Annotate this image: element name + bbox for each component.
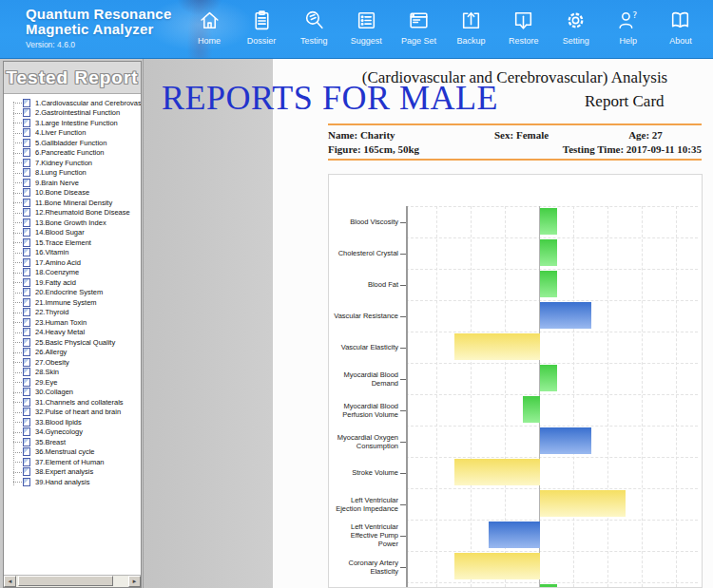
report-doc-icon	[23, 467, 30, 476]
report-list-item[interactable]: 25.Basic Physical Quality	[4, 337, 141, 348]
chart-bar	[454, 553, 540, 579]
scrollbar-track[interactable]	[16, 576, 128, 587]
report-list-item[interactable]: 18.Coenzyme	[4, 268, 141, 278]
report-list-item[interactable]: 8.Lung Function	[4, 168, 141, 179]
chart-row: Cholesterol Crystal	[329, 237, 702, 269]
nav-backup[interactable]: Backup	[446, 9, 497, 56]
report-list-item-label: 9.Brain Nerve	[35, 179, 79, 187]
app-title-line2: Magnetic Analyzer	[26, 22, 171, 37]
report-list-item-label: 33.Blood lipids	[35, 418, 82, 427]
report-list-item-label: 17.Amino Acid	[35, 258, 81, 267]
nav-testing[interactable]: Testing	[288, 9, 339, 56]
report-list-item[interactable]: 3.Large Intestine Function	[4, 118, 141, 128]
report-list-item[interactable]: 13.Bone Growth Index	[4, 218, 141, 228]
report-list-item[interactable]: 4.Liver Function	[4, 128, 141, 139]
report-list-item-label: 22.Thyroid	[35, 308, 68, 316]
report-list-item[interactable]: 26.Allergy	[4, 348, 141, 358]
chart-bar	[454, 459, 540, 485]
report-list-item[interactable]: 35.Breast	[4, 437, 141, 447]
report-list-item-label: 34.Gynecology	[35, 427, 83, 436]
scroll-left-button[interactable]: ◄	[4, 576, 16, 587]
report-list-item-label: 12.Rheumatoid Bone Disease	[35, 208, 130, 217]
nav-label: Home	[198, 36, 221, 46]
report-list-item-label: 5.Gallbladder Function	[35, 139, 106, 147]
nav-label: Suggest	[351, 36, 382, 46]
report-page: (Cardiovascular and Cerebrovascular) Ana…	[273, 59, 713, 588]
nav-restore[interactable]: Restore	[498, 9, 549, 56]
sidebar: Tested Report 1.Cardiovascular and Cereb…	[3, 61, 142, 588]
report-list-item[interactable]: 15.Trace Element	[4, 237, 141, 248]
scroll-right-button[interactable]: ►	[128, 576, 141, 587]
report-doc-icon	[23, 308, 30, 316]
report-doc-icon	[23, 248, 30, 256]
nav-about[interactable]: About	[655, 9, 706, 56]
report-list-item-label: 8.Lung Function	[35, 168, 87, 177]
report-list-item[interactable]: 39.Hand analysis	[4, 477, 141, 487]
report-list-item[interactable]: 30.Collagen	[4, 388, 141, 398]
about-icon	[668, 9, 692, 32]
report-doc-icon	[23, 218, 30, 227]
report-list-item[interactable]: 28.Skin	[4, 368, 141, 378]
report-list-item[interactable]: 36.Menstrual cycle	[4, 447, 141, 458]
report-list-item[interactable]: 14.Blood Sugar	[4, 228, 141, 238]
report-list-item[interactable]: 38.Expert analysis	[4, 467, 141, 478]
report-list-item[interactable]: 20.Endocrine System	[4, 288, 141, 298]
report-list-item-label: 25.Basic Physical Quality	[35, 338, 115, 347]
report-list-item[interactable]: 31.Channels and collaterals	[4, 397, 141, 408]
divider-bottom	[328, 159, 702, 161]
report-doc-icon	[23, 278, 30, 287]
report-list-item[interactable]: 1.Cardiovascular and Cerebrovasc	[4, 98, 141, 108]
report-doc-icon	[23, 268, 30, 276]
report-list-item[interactable]: 17.Amino Acid	[4, 257, 141, 268]
report-title-line2: Report Card	[585, 92, 665, 111]
patient-name: Name: Charity	[328, 128, 494, 142]
report-list-item[interactable]: 2.Gastrointestinal Function	[4, 108, 141, 119]
chart-category-label: Coronary Artery Elasticity	[329, 551, 406, 582]
report-list-item[interactable]: 19.Fatty acid	[4, 277, 141, 288]
chart-row: Vascular Elasticity	[329, 332, 702, 363]
chart-bar	[489, 522, 540, 548]
report-tree: 1.Cardiovascular and Cerebrovasc2.Gastro…	[4, 96, 141, 575]
report-list-item[interactable]: 22.Thyroid	[4, 308, 141, 318]
report-list-item[interactable]: 9.Brain Nerve	[4, 178, 141, 188]
scrollbar-thumb[interactable]	[18, 576, 113, 586]
report-list-item[interactable]: 33.Blood lipids	[4, 417, 141, 427]
report-list-item[interactable]: 6.Pancreatic Function	[4, 148, 141, 159]
report-list-item[interactable]: 37.Element of Human	[4, 457, 141, 467]
report-list-item[interactable]: 32.Pulse of heart and brain	[4, 408, 141, 418]
report-list-item[interactable]: 24.Heavy Metal	[4, 328, 141, 338]
report-doc-icon	[23, 188, 30, 197]
report-list-item[interactable]: 10.Bone Disease	[4, 188, 141, 199]
nav-home[interactable]: Home	[183, 9, 235, 56]
report-list-item[interactable]: 7.Kidney Function	[4, 158, 141, 168]
report-doc-icon	[23, 328, 30, 336]
report-list-item-label: 3.Large Intestine Function	[35, 119, 118, 127]
nav-dossier[interactable]: Dossier	[236, 9, 287, 56]
chart-bar	[540, 490, 626, 517]
report-list-item[interactable]: 27.Obesity	[4, 357, 141, 368]
report-list-item[interactable]: 21.Immune System	[4, 297, 141, 308]
report-list-item-label: 23.Human Toxin	[35, 318, 87, 327]
report-list-item[interactable]: 16.Vitamin	[4, 248, 141, 258]
chart-row: Coronary Artery Elasticity	[329, 551, 702, 582]
report-list-item[interactable]: 23.Human Toxin	[4, 317, 141, 328]
report-list-item[interactable]: 5.Gallbladder Function	[4, 138, 141, 148]
chart-category-label: Blood Fat	[329, 269, 406, 300]
divider-top	[328, 123, 702, 125]
sidebar-hscrollbar[interactable]: ◄ ►	[4, 575, 141, 587]
report-list-item-label: 21.Immune System	[35, 298, 97, 307]
report-list-item-label: 39.Hand analysis	[35, 478, 90, 486]
top-bar: Quantum Resonance Magnetic Analyzer Vers…	[0, 0, 713, 59]
report-list-item[interactable]: 12.Rheumatoid Bone Disease	[4, 208, 141, 218]
chart-category-label: Left Ventricular Effective Pump Power	[329, 520, 406, 551]
nav-suggest[interactable]: Suggest	[340, 9, 392, 56]
nav-setting[interactable]: Setting	[550, 9, 602, 56]
chart-row: Myocardial Blood Perfusion Volume	[329, 394, 702, 426]
nav-help[interactable]: ? Help	[603, 9, 654, 56]
report-list-item[interactable]: 29.Eye	[4, 377, 141, 388]
report-doc-icon	[23, 108, 30, 117]
nav-page-set[interactable]: Page Set	[393, 9, 444, 56]
report-doc-icon	[23, 318, 30, 327]
report-list-item[interactable]: 34.Gynecology	[4, 427, 141, 438]
report-list-item[interactable]: 11.Bone Mineral Density	[4, 198, 141, 208]
